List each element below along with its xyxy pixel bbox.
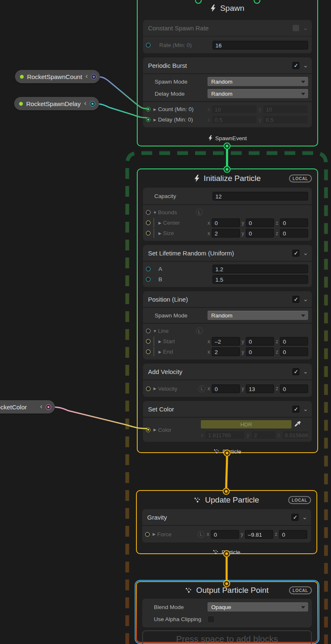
expander-closed-icon[interactable]: ▶ [152, 118, 158, 122]
blend-mode-dropdown[interactable]: Opaque [207, 602, 308, 612]
lifetime-a-field[interactable]: 1.2 [212, 265, 308, 273]
param-rocket-color[interactable]: RocketColor ‹ [0, 400, 55, 414]
initialize-particle-context-node[interactable]: Initialize Particle LOCAL Capacity 12 ▼ … [137, 168, 318, 453]
delay-y-field[interactable]: 0.5 [263, 115, 308, 124]
lifetime-b-field[interactable]: 1.5 [212, 275, 308, 284]
eyedropper-icon[interactable] [294, 421, 301, 428]
start-z-field[interactable]: 0 [280, 337, 308, 346]
param-output-port[interactable] [91, 74, 96, 79]
initialize-node-title-bar[interactable]: Initialize Particle LOCAL [138, 169, 317, 188]
chevron-down-icon[interactable]: ⌄ [303, 63, 308, 67]
expander-closed-icon[interactable]: ▶ [157, 339, 163, 344]
rate-input-port[interactable] [146, 43, 151, 47]
spawn-node-title-bar[interactable]: Spawn [138, 0, 317, 20]
center-y-field[interactable]: 0 [246, 218, 274, 227]
param-rocket-spawn-delay[interactable]: RocketSpawnDelay ‹ [14, 97, 99, 110]
spawn-context-node[interactable]: Spawn Constant Spawn Rate ⌄ Rate (Min: 0… [137, 0, 318, 146]
size-input-port[interactable] [146, 231, 151, 235]
update-node-title-bar[interactable]: Update Particle LOCAL [137, 491, 316, 509]
block-enable-checkbox[interactable]: ✓ [292, 250, 299, 257]
chevron-down-icon[interactable]: ⌄ [303, 26, 308, 30]
local-space-icon[interactable]: L [198, 531, 205, 538]
gravity-block[interactable]: Gravity ✓ ⌄ ▶ Force L x0 y–9.81 z0 [142, 509, 311, 542]
bounds-input-port[interactable] [146, 210, 151, 215]
delay-x-field[interactable]: 0.5 [212, 115, 257, 124]
line-input-port[interactable] [146, 329, 151, 333]
expander-open-icon[interactable]: ▼ [152, 211, 158, 215]
count-input-port[interactable] [146, 107, 151, 111]
block-enable-checkbox[interactable] [292, 25, 299, 32]
block-enable-checkbox[interactable]: ✓ [291, 514, 299, 521]
force-y-field[interactable]: –9.81 [245, 530, 273, 539]
lifetime-b-port[interactable] [146, 277, 151, 282]
set-color-block[interactable]: Set Color ✓ ⌄ ▶ Color HDR [143, 401, 312, 442]
expander-closed-icon[interactable]: ▶ [151, 532, 157, 536]
lifetime-a-port[interactable] [146, 267, 151, 271]
velocity-y-field[interactable]: 13 [246, 384, 274, 393]
output-particle-context-node[interactable]: Output Particle Point LOCAL Blend Mode O… [135, 580, 319, 644]
collapse-icon[interactable]: ‹ [40, 402, 42, 411]
param-output-port[interactable] [46, 404, 51, 410]
periodic-burst-block[interactable]: Periodic Burst ✓ ⌄ Spawn Mode Random [143, 57, 312, 127]
output-settings-block[interactable]: Blend Mode Opaque Use Alpha Clipping [142, 599, 312, 627]
line-end-port[interactable] [146, 349, 151, 354]
vfx-graph-canvas[interactable]: Spawn Constant Spawn Rate ⌄ Rate (Min: 0… [0, 0, 331, 644]
add-velocity-block[interactable]: Add Velocity ✓ ⌄ ▶ Velocity L x0 y13 z0 [143, 364, 312, 397]
expander-closed-icon[interactable]: ▶ [152, 107, 158, 111]
chevron-down-icon[interactable]: ⌄ [303, 297, 308, 301]
position-line-block[interactable]: Position (Line) ✓ ⌄ Spawn Mode Random [143, 291, 312, 359]
set-lifetime-block[interactable]: Set Lifetime Random (Uniform) ✓ ⌄ A 1.2 … [143, 245, 312, 287]
spawn-mode-dropdown[interactable]: Random [207, 77, 308, 86]
block-enable-checkbox[interactable]: ✓ [292, 368, 299, 375]
delay-mode-dropdown[interactable]: Random [207, 89, 308, 98]
color-input-port[interactable] [146, 428, 151, 432]
color-x-field[interactable]: 1.811765 [205, 431, 245, 439]
center-input-port[interactable] [146, 220, 151, 225]
count-x-field[interactable]: 10 [212, 105, 257, 114]
add-blocks-placeholder[interactable]: Press space to add blocks [142, 630, 312, 644]
collapse-icon[interactable]: ‹ [86, 72, 88, 80]
alpha-clipping-checkbox[interactable] [207, 616, 215, 623]
velocity-input-port[interactable] [146, 386, 151, 391]
end-z-field[interactable]: 0 [280, 347, 308, 356]
param-rocket-spawn-count[interactable]: RocketSpawnCount ‹ [15, 70, 100, 83]
chevron-down-icon[interactable]: ⌄ [303, 407, 308, 411]
velocity-z-field[interactable]: 0 [280, 384, 308, 393]
color-y-field[interactable]: 2 [251, 431, 276, 439]
force-input-port[interactable] [145, 532, 150, 537]
size-z-field[interactable]: 0 [280, 229, 308, 238]
rate-field[interactable]: 16 [212, 41, 308, 50]
count-y-field[interactable]: 10 [263, 105, 308, 114]
size-y-field[interactable]: 0 [246, 229, 274, 238]
expander-closed-icon[interactable]: ▶ [152, 428, 158, 432]
constant-spawn-rate-block[interactable]: Constant Spawn Rate ⌄ Rate (Min: 0) 16 [143, 20, 312, 53]
force-x-field[interactable]: 0 [211, 530, 239, 539]
block-enable-checkbox[interactable]: ✓ [292, 406, 299, 413]
expander-closed-icon[interactable]: ▶ [157, 350, 163, 354]
expander-closed-icon[interactable]: ▶ [157, 231, 163, 235]
start-y-field[interactable]: 0 [246, 337, 274, 346]
force-z-field[interactable]: 0 [279, 530, 307, 539]
local-space-icon[interactable]: L [196, 209, 203, 216]
line-start-port[interactable] [146, 339, 151, 344]
chevron-down-icon[interactable]: ⌄ [303, 251, 308, 255]
chevron-down-icon[interactable]: ⌄ [302, 515, 307, 519]
color-z-field[interactable]: 0.015686 [282, 431, 308, 439]
expander-closed-icon[interactable]: ▶ [157, 221, 163, 225]
end-x-field[interactable]: 2 [212, 347, 240, 356]
collapse-icon[interactable]: ‹ [84, 99, 86, 107]
hdr-color-swatch[interactable]: HDR [201, 420, 291, 429]
capacity-bounds-block[interactable]: Capacity 12 ▼ Bounds L [143, 188, 312, 241]
output-node-title-bar[interactable]: Output Particle Point LOCAL [137, 582, 317, 599]
delay-input-port[interactable] [146, 117, 151, 122]
update-particle-context-node[interactable]: Update Particle LOCAL Gravity ✓ ⌄ ▶ Forc… [136, 490, 317, 554]
capacity-field[interactable]: 12 [212, 192, 308, 201]
block-enable-checkbox[interactable]: ✓ [292, 296, 299, 303]
center-z-field[interactable]: 0 [280, 218, 308, 227]
start-x-field[interactable]: –2 [212, 337, 240, 346]
expander-open-icon[interactable]: ▼ [152, 329, 158, 333]
block-enable-checkbox[interactable]: ✓ [292, 62, 299, 69]
chevron-down-icon[interactable]: ⌄ [303, 369, 308, 374]
velocity-x-field[interactable]: 0 [212, 384, 240, 393]
size-x-field[interactable]: 2 [212, 229, 240, 238]
